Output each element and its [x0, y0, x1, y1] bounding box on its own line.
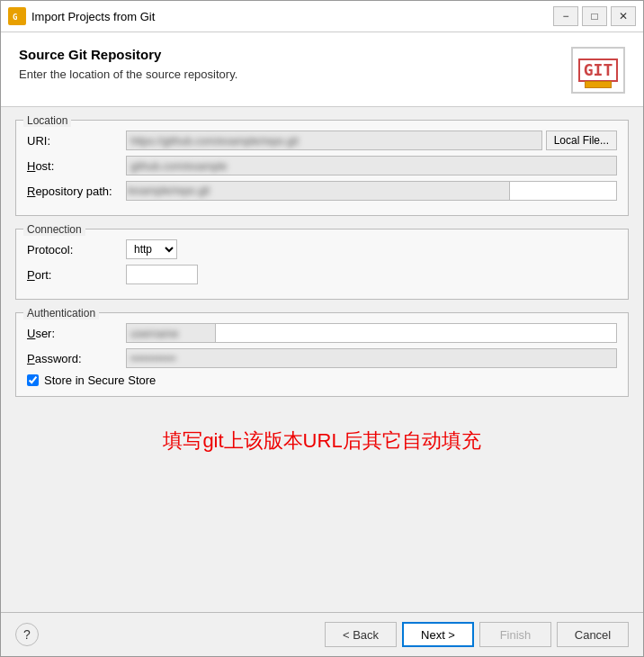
footer-buttons: < Back Next > Finish Cancel: [325, 622, 629, 647]
host-blurred-field[interactable]: github.com/example: [126, 156, 617, 176]
close-button[interactable]: ✕: [611, 6, 636, 26]
uri-input-row: https://github.com/example/repo.git Loca…: [126, 130, 617, 150]
git-logo-text: GIT: [578, 58, 619, 82]
repo-path-input-row: /example/repo.git: [126, 181, 617, 201]
content-area: Location URI: https://github.com/example…: [1, 107, 643, 612]
window-icon: G: [8, 7, 26, 25]
user-label: User:: [27, 327, 126, 340]
repo-path-label: Repository path:: [27, 184, 126, 198]
password-blur-content: ••••••••••••: [130, 350, 613, 368]
maximize-button[interactable]: □: [582, 6, 607, 26]
store-checkbox-row: Store in Secure Store: [27, 374, 617, 387]
title-bar: G Import Projects from Git − □ ✕: [1, 1, 643, 32]
finish-button[interactable]: Finish: [479, 622, 551, 647]
user-blurred-field[interactable]: username: [126, 323, 216, 343]
port-label: Port:: [27, 268, 126, 282]
header-section: Source Git Repository Enter the location…: [1, 32, 643, 107]
user-input[interactable]: [216, 323, 617, 343]
back-button[interactable]: < Back: [325, 622, 397, 647]
svg-text:G: G: [13, 13, 17, 22]
store-checkbox-label[interactable]: Store in Secure Store: [44, 374, 156, 387]
password-row: Password: ••••••••••••: [27, 348, 617, 368]
header-text: Source Git Repository Enter the location…: [19, 47, 237, 81]
location-group-content: URI: https://github.com/example/repo.git…: [16, 127, 628, 215]
location-group-label: Location: [23, 114, 71, 127]
location-group: Location URI: https://github.com/example…: [15, 120, 629, 216]
git-logo: GIT: [571, 47, 625, 94]
connection-group-label: Connection: [23, 223, 85, 236]
local-file-button[interactable]: Local File...: [546, 130, 617, 150]
repo-path-row: Repository path: /example/repo.git: [27, 181, 617, 201]
host-blur-content: github.com/example: [130, 158, 613, 176]
protocol-row: Protocol: http https git ssh: [27, 239, 617, 259]
import-projects-window: G Import Projects from Git − □ ✕ Source …: [0, 0, 644, 657]
window-title: Import Projects from Git: [31, 10, 553, 23]
page-subtitle: Enter the location of the source reposit…: [19, 68, 237, 81]
port-input[interactable]: [126, 265, 198, 284]
git-logo-connector: [585, 81, 612, 88]
repo-path-blur-content: /example/repo.git: [127, 182, 509, 200]
uri-blurred-field[interactable]: https://github.com/example/repo.git: [126, 130, 542, 150]
protocol-label: Protocol:: [27, 243, 126, 256]
user-row: User: username: [27, 323, 617, 343]
protocol-select[interactable]: http https git ssh: [126, 239, 177, 259]
auth-group-content: User: username Password: ••••••••••••: [16, 320, 628, 396]
help-button[interactable]: ?: [15, 623, 39, 646]
connection-group-content: Protocol: http https git ssh Port:: [16, 236, 628, 299]
host-row: Host: github.com/example: [27, 156, 617, 176]
footer-left: ?: [15, 623, 39, 646]
user-blur-content: username: [130, 325, 211, 343]
uri-label: URI:: [27, 134, 126, 148]
auth-group: Authentication User: username Password:: [15, 312, 629, 397]
password-label: Password:: [27, 352, 126, 365]
window-controls: − □ ✕: [553, 6, 636, 26]
next-button[interactable]: Next >: [402, 622, 474, 647]
auth-group-label: Authentication: [23, 307, 99, 320]
repo-path-extra-input[interactable]: [509, 181, 617, 201]
password-blurred-field[interactable]: ••••••••••••: [126, 348, 617, 368]
annotation-text: 填写git上该版本URL后其它自动填充: [15, 410, 629, 464]
connection-group: Connection Protocol: http https git ssh …: [15, 229, 629, 300]
uri-row: URI: https://github.com/example/repo.git…: [27, 130, 617, 150]
port-row: Port:: [27, 265, 617, 284]
uri-blur-content: https://github.com/example/repo.git: [130, 132, 538, 150]
page-title: Source Git Repository: [19, 47, 237, 62]
store-checkbox[interactable]: [27, 374, 39, 386]
footer: ? < Back Next > Finish Cancel: [1, 612, 643, 656]
repo-path-blurred-field[interactable]: /example/repo.git: [126, 181, 509, 201]
host-label: Host:: [27, 159, 126, 173]
minimize-button[interactable]: −: [553, 6, 578, 26]
cancel-button[interactable]: Cancel: [557, 622, 629, 647]
